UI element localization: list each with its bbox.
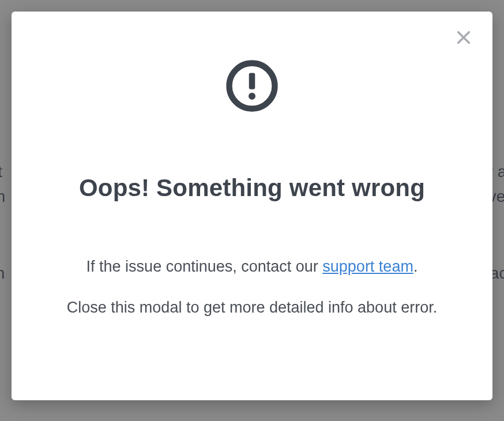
svg-rect-3 xyxy=(249,73,255,89)
bg-text-fragment: gin xyxy=(0,184,5,210)
modal-body: If the issue continues, contact our supp… xyxy=(43,255,461,319)
modal-heading: Oops! Something went wrong xyxy=(43,174,461,202)
close-button[interactable] xyxy=(452,27,475,50)
modal-support-line: If the issue continues, contact our supp… xyxy=(43,255,461,279)
close-icon xyxy=(456,29,472,47)
bg-text-fragment: th xyxy=(0,261,5,287)
modal-instruction-line: Close this modal to get more detailed in… xyxy=(43,296,461,319)
support-team-link[interactable]: support team xyxy=(322,258,413,275)
svg-point-4 xyxy=(249,93,255,100)
support-line-suffix: . xyxy=(413,258,418,275)
bg-text-fragment: it xyxy=(0,159,2,185)
error-modal: Oops! Something went wrong If the issue … xyxy=(12,12,492,400)
error-exclamation-icon xyxy=(43,59,461,113)
support-line-prefix: If the issue continues, contact our xyxy=(86,258,323,275)
